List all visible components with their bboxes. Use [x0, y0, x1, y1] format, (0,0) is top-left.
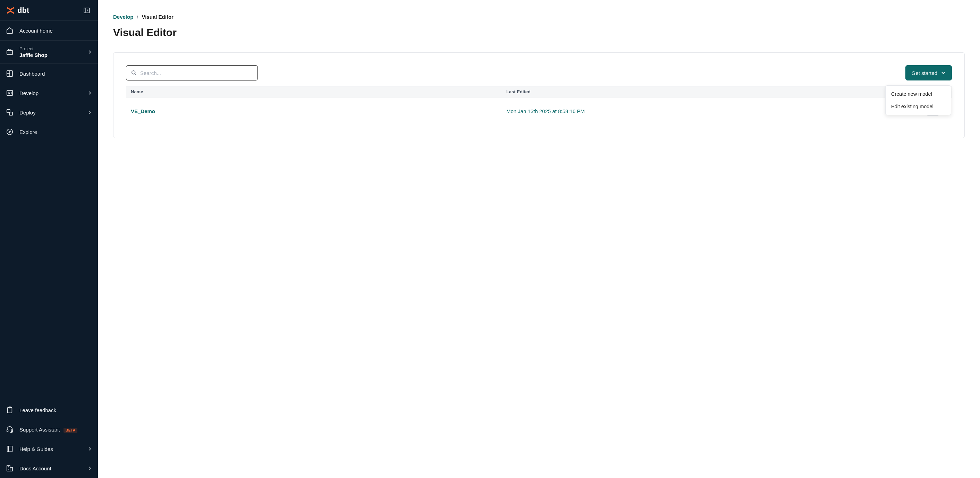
collapse-sidebar-button[interactable] — [81, 5, 92, 16]
collapse-icon — [83, 7, 90, 14]
sidebar-item-label: Dashboard — [19, 71, 92, 77]
dropdown-create-model[interactable]: Create new model — [886, 88, 951, 100]
sidebar-footer: Leave feedback Support Assistant BETA — [0, 400, 98, 478]
model-name-link[interactable]: VE_Demo — [131, 108, 155, 114]
search-input[interactable] — [126, 65, 258, 81]
sidebar-item-label: Develop — [19, 90, 82, 96]
table-row: VE_Demo Mon Jan 13th 2025 at 8:58:16 PM — [126, 97, 952, 125]
get-started-dropdown: Create new model Edit existing model — [885, 85, 951, 115]
sidebar-item-develop[interactable]: Develop — [0, 83, 98, 103]
home-icon — [6, 26, 14, 35]
search-wrap — [126, 65, 258, 81]
sidebar-item-label: Help & Guides — [19, 446, 82, 452]
sidebar-item-label: Support Assistant BETA — [19, 427, 92, 433]
headset-icon — [6, 425, 14, 434]
sidebar-project-section: Project Jaffle Shop — [0, 41, 98, 64]
page-title: Visual Editor — [113, 27, 965, 38]
compass-icon — [6, 128, 14, 136]
book-icon — [6, 445, 14, 453]
breadcrumb-separator: / — [137, 14, 138, 20]
chevron-right-icon — [88, 466, 92, 471]
building-icon — [6, 464, 14, 472]
dropdown-edit-model[interactable]: Edit existing model — [886, 100, 951, 113]
sidebar-item-support[interactable]: Support Assistant BETA — [0, 420, 98, 439]
dbt-logo-icon — [6, 6, 15, 15]
clipboard-icon — [6, 406, 14, 414]
breadcrumb-develop-link[interactable]: Develop — [113, 14, 133, 20]
project-name: Jaffle Shop — [19, 52, 82, 58]
svg-rect-11 — [7, 446, 13, 452]
search-icon — [131, 70, 137, 76]
chevron-right-icon — [88, 91, 92, 95]
logo[interactable]: dbt — [6, 6, 29, 15]
svg-rect-12 — [7, 465, 10, 472]
svg-rect-9 — [7, 430, 8, 432]
main-content: Develop / Visual Editor Visual Editor Ge… — [98, 0, 980, 478]
models-table: Name Last Edited VE_Demo Mon Jan 13th 20… — [126, 86, 952, 125]
sidebar-item-label: Explore — [19, 129, 92, 135]
sidebar-item-project[interactable]: Project Jaffle Shop — [0, 41, 98, 64]
column-header-last-edited: Last Edited — [506, 89, 926, 94]
svg-rect-10 — [11, 430, 13, 432]
logo-text: dbt — [18, 6, 29, 15]
project-label: Project — [19, 46, 82, 51]
column-header-name: Name — [131, 89, 506, 94]
sidebar-item-feedback[interactable]: Leave feedback — [0, 400, 98, 420]
sidebar: dbt Account home — [0, 0, 98, 478]
model-last-edited: Mon Jan 13th 2025 at 8:58:16 PM — [506, 108, 585, 114]
sidebar-header: dbt — [0, 0, 98, 21]
sidebar-account-section: Account home — [0, 21, 98, 41]
breadcrumb: Develop / Visual Editor — [113, 14, 965, 20]
sidebar-item-label: Account home — [19, 28, 92, 33]
briefcase-icon — [6, 48, 14, 56]
chevron-right-icon — [88, 110, 92, 115]
sidebar-item-deploy[interactable]: Deploy — [0, 103, 98, 122]
sidebar-item-label: Deploy — [19, 110, 82, 116]
get-started-button[interactable]: Get started — [905, 65, 952, 81]
table-header: Name Last Edited — [126, 86, 952, 97]
sidebar-item-account-home[interactable]: Account home — [0, 21, 98, 40]
sidebar-item-dashboard[interactable]: Dashboard — [0, 64, 98, 83]
chevron-down-icon — [941, 70, 946, 75]
sidebar-item-label: Docs Account — [19, 465, 82, 472]
chevron-right-icon — [88, 446, 92, 451]
sidebar-item-label: Leave feedback — [19, 407, 92, 413]
code-icon — [6, 89, 14, 97]
beta-badge: BETA — [64, 428, 77, 433]
sidebar-item-explore[interactable]: Explore — [0, 122, 98, 141]
card-header: Get started — [126, 65, 952, 81]
svg-point-6 — [7, 129, 13, 135]
chevron-right-icon — [88, 49, 92, 54]
content-card: Get started Create new model Edit existi… — [113, 52, 965, 138]
svg-rect-1 — [7, 50, 13, 54]
sidebar-item-docs-account[interactable]: Docs Account — [0, 459, 98, 478]
get-started-label: Get started — [912, 70, 937, 76]
deploy-icon — [6, 108, 14, 116]
dashboard-icon — [6, 69, 14, 78]
svg-point-14 — [132, 71, 135, 74]
sidebar-nav: Dashboard Develop — [0, 64, 98, 400]
sidebar-item-help[interactable]: Help & Guides — [0, 439, 98, 459]
breadcrumb-current: Visual Editor — [142, 14, 173, 20]
svg-rect-13 — [10, 467, 13, 471]
